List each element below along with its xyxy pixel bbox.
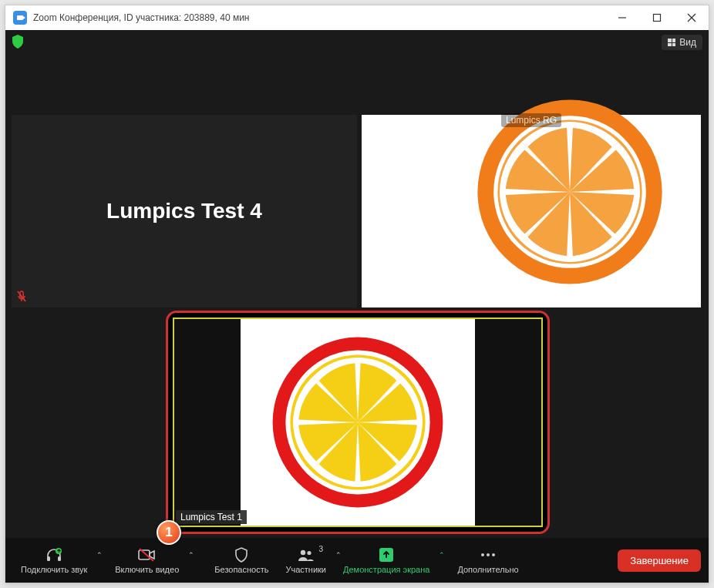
video-gallery: Lumpics Test 4: [12, 115, 702, 535]
participants-button[interactable]: Участники 3 ⌃: [278, 543, 334, 577]
share-screen-button[interactable]: Демонстрация экрана ⌃: [335, 543, 437, 577]
encryption-shield-icon[interactable]: [12, 35, 24, 49]
chevron-up-icon[interactable]: ⌃: [188, 551, 194, 559]
app-window: Zoom Конференция, ID участника: 203889, …: [5, 5, 709, 583]
annotation-badge-1: 1: [157, 520, 181, 545]
active-speaker-tile[interactable]: Lumpics Test 1: [166, 311, 550, 534]
connect-audio-button[interactable]: Подключить звук ⌃: [13, 543, 95, 577]
window-title: Zoom Конференция, ID участника: 203889, …: [33, 12, 605, 23]
orange-avatar: [470, 92, 670, 292]
lemon-avatar: [265, 330, 450, 515]
end-meeting-button[interactable]: Завершение: [618, 549, 701, 572]
participants-count: 3: [318, 545, 323, 553]
participant-name-centered: Lumpics Test 4: [106, 199, 262, 223]
view-layout-button[interactable]: Вид: [662, 35, 702, 50]
meeting-client: Вид Lumpics Test 4: [5, 30, 709, 583]
titlebar: Zoom Конференция, ID участника: 203889, …: [5, 5, 709, 30]
mic-muted-icon: [16, 291, 27, 303]
active-speaker-inner: [173, 318, 543, 527]
more-horizontal-icon: [480, 546, 497, 563]
participants-icon: [297, 546, 315, 563]
more-button[interactable]: Дополнительно: [450, 543, 526, 577]
chevron-up-icon[interactable]: ⌃: [96, 551, 103, 559]
zoom-app-icon: [13, 11, 27, 25]
svg-point-18: [307, 551, 311, 555]
participant-tile[interactable]: Lumpics RG: [362, 115, 701, 307]
view-label: Вид: [679, 37, 696, 48]
chevron-up-icon[interactable]: ⌃: [439, 551, 445, 559]
meeting-toolbar: Подключить звук ⌃ Включить видео ⌃ Безоп…: [5, 538, 709, 583]
window-controls: [605, 5, 709, 30]
shield-icon: [234, 546, 248, 563]
svg-rect-1: [653, 15, 660, 22]
share-screen-icon: [379, 548, 393, 562]
svg-point-19: [481, 553, 484, 556]
start-video-button[interactable]: Включить видео ⌃: [107, 543, 187, 577]
close-button[interactable]: [674, 5, 709, 30]
minimize-button[interactable]: [605, 5, 639, 30]
svg-rect-15: [139, 550, 150, 559]
participant-name-tag: Lumpics RG: [501, 113, 561, 127]
grid-icon: [668, 39, 675, 46]
client-topbar: Вид: [5, 30, 709, 53]
svg-rect-13: [58, 556, 61, 561]
svg-point-20: [487, 553, 490, 556]
svg-rect-12: [47, 556, 50, 561]
svg-point-17: [301, 550, 305, 555]
headphones-icon: [45, 546, 62, 563]
security-button[interactable]: Безопасность: [207, 543, 276, 577]
participant-tile[interactable]: Lumpics Test 4: [12, 115, 357, 307]
participant-name-tag: Lumpics Test 1: [176, 510, 247, 524]
maximize-button[interactable]: [639, 5, 674, 30]
video-off-icon: [138, 546, 157, 563]
svg-point-21: [492, 553, 495, 556]
